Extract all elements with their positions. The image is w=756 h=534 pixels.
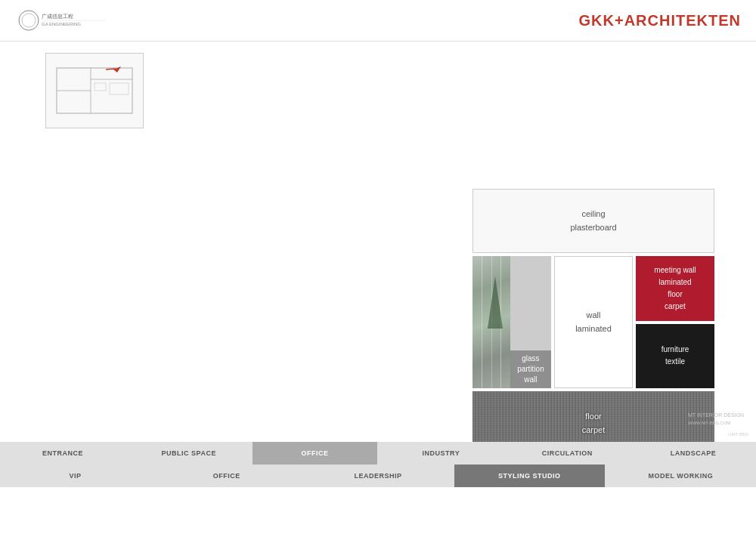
- nav-circulation-label: CIRCULATION: [542, 449, 593, 457]
- floor-plan-image: [45, 53, 144, 128]
- svg-text:WWW.MT-BBS.COM: WWW.MT-BBS.COM: [688, 421, 730, 425]
- meeting-wall-label: meeting wall laminated floor carpet: [654, 264, 696, 313]
- navigation-area: ENTRANCE PUBLIC SPACE OFFICE INDUSTRY CI…: [0, 442, 756, 487]
- svg-text:GA ENGINEERING: GA ENGINEERING: [42, 22, 81, 26]
- svg-text:广成信息工程: 广成信息工程: [42, 14, 73, 19]
- nav-model-working-label: MODEL WORKING: [648, 472, 713, 480]
- floor-text2: carpet: [582, 425, 606, 434]
- material-grid: ceiling plasterboard: [472, 189, 714, 455]
- nav-row-2: VIP OFFICE LEADERSHIP STYLING STUDIO MOD…: [0, 465, 756, 487]
- furniture-label: furniture textile: [662, 344, 689, 368]
- glass-partition-label: glass partition wall: [510, 350, 551, 388]
- floor-carpet-label: floor carpet: [582, 410, 606, 437]
- middle-row: glass partition wall wall laminated meet…: [472, 256, 714, 388]
- nav-industry[interactable]: INDUSTRY: [378, 442, 503, 465]
- meeting-wall-text2: laminated: [658, 278, 691, 286]
- nav-row-1: ENTRANCE PUBLIC SPACE OFFICE INDUSTRY CI…: [0, 442, 756, 465]
- svg-point-1: [22, 14, 36, 27]
- furniture-text1: furniture: [662, 345, 689, 353]
- svg-rect-12: [110, 83, 129, 94]
- glass-photo-bg: [472, 256, 510, 388]
- nav-industry-label: INDUSTRY: [423, 449, 460, 457]
- ceiling-label: ceiling plasterboard: [570, 208, 616, 234]
- floor-plan-svg: [53, 60, 136, 121]
- wall-laminated-label: wall laminated: [575, 309, 612, 335]
- header: 广成信息工程 GA ENGINEERING GKK+ARCHITEKTEN: [0, 0, 756, 42]
- nav-office-2[interactable]: OFFICE: [151, 465, 302, 487]
- meeting-wall-text3: floor: [668, 290, 682, 298]
- meeting-wall-text4: carpet: [665, 302, 686, 310]
- nav-landscape[interactable]: LANDSCAPE: [631, 442, 756, 465]
- floor-text1: floor: [585, 412, 601, 421]
- wall-laminated-cell: wall laminated: [554, 256, 633, 388]
- nav-landscape-label: LANDSCAPE: [671, 449, 717, 457]
- svg-text:MT INTERIOR DESIGN: MT INTERIOR DESIGN: [688, 412, 744, 418]
- nav-styling-studio-label: STYLING STUDIO: [498, 472, 561, 480]
- watermark-text: UMT·BBS: [688, 432, 748, 438]
- nav-entrance[interactable]: ENTRANCE: [0, 442, 125, 465]
- watermark: MT INTERIOR DESIGN WWW.MT-BBS.COM UMT·BB…: [688, 408, 748, 438]
- ceiling-text1: ceiling: [581, 209, 605, 218]
- logo-left-svg: 广成信息工程 GA ENGINEERING: [15, 8, 113, 34]
- nav-vip-label: VIP: [70, 472, 82, 480]
- nav-office[interactable]: OFFICE: [253, 442, 378, 465]
- nav-public-space-label: PUBLIC SPACE: [162, 449, 216, 457]
- ceiling-text2: plasterboard: [570, 223, 616, 232]
- glass-partition-cell: glass partition wall: [472, 256, 551, 388]
- meeting-wall-cell: meeting wall laminated floor carpet: [636, 256, 714, 321]
- nav-styling-studio[interactable]: STYLING STUDIO: [454, 465, 605, 487]
- logo-right: GKK+ARCHITEKTEN: [579, 12, 741, 29]
- furniture-cell: furniture textile: [636, 324, 714, 389]
- nav-public-space[interactable]: PUBLIC SPACE: [126, 442, 252, 465]
- nav-entrance-label: ENTRANCE: [42, 449, 83, 457]
- wall-text1: wall: [587, 310, 601, 319]
- meeting-wall-text1: meeting wall: [654, 266, 696, 274]
- svg-marker-9: [113, 66, 121, 73]
- right-stack-cell: meeting wall laminated floor carpet furn…: [636, 256, 714, 388]
- wall-text2: laminated: [575, 324, 612, 333]
- nav-office-label: OFFICE: [302, 449, 329, 457]
- nav-office-2-label: OFFICE: [213, 472, 240, 480]
- glass-text2: partition wall: [517, 365, 544, 384]
- svg-line-10: [106, 69, 116, 69]
- svg-rect-11: [94, 83, 106, 91]
- nav-leadership[interactable]: LEADERSHIP: [302, 465, 453, 487]
- nav-circulation[interactable]: CIRCULATION: [504, 442, 630, 465]
- ceiling-cell: ceiling plasterboard: [472, 189, 714, 253]
- main-content: MATERIAL & COLOUR BOARD ceiling plasterb…: [0, 42, 756, 487]
- nav-vip[interactable]: VIP: [0, 465, 150, 487]
- watermark-logo: MT INTERIOR DESIGN WWW.MT-BBS.COM: [688, 408, 748, 431]
- logo-left: 广成信息工程 GA ENGINEERING: [15, 8, 113, 34]
- plus-icon: +: [615, 12, 624, 29]
- architekten-text: ARCHITEKTEN: [624, 12, 741, 29]
- furniture-text2: textile: [665, 357, 685, 366]
- gkk-text: GKK: [579, 12, 615, 29]
- floor-plan-box: [45, 53, 144, 128]
- nav-model-working[interactable]: MODEL WORKING: [606, 465, 756, 487]
- glass-text1: glass: [522, 354, 539, 363]
- nav-leadership-label: LEADERSHIP: [355, 472, 402, 480]
